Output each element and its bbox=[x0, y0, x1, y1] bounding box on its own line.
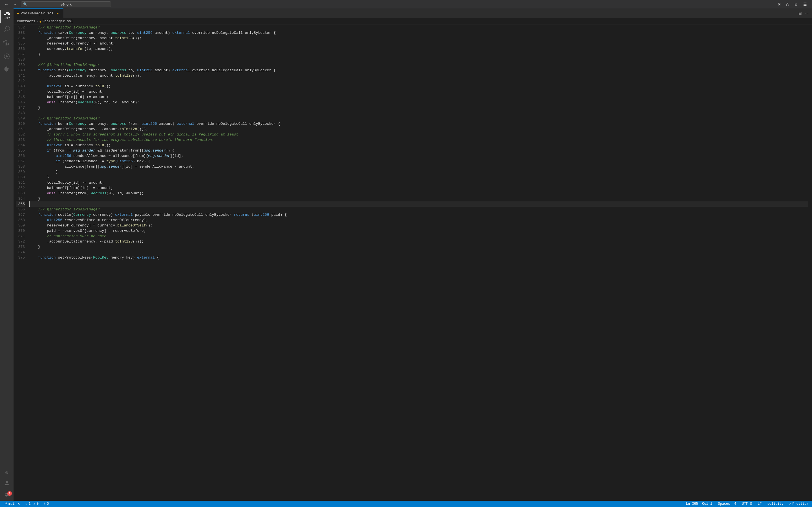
language-text: solidity bbox=[767, 502, 784, 506]
formatter-status[interactable]: ✓ Prettier bbox=[788, 501, 810, 507]
code-line-372: _accountDelta(currency, -(paid.toInt128(… bbox=[29, 239, 808, 244]
code-line-346: emit Transfer(address(0), to, id, amount… bbox=[29, 100, 808, 105]
code-line-334: _accountDelta(currency, amount.toInt128(… bbox=[29, 36, 808, 41]
info-status[interactable]: ℹ 0 bbox=[43, 501, 50, 507]
code-line-361: totalSupply[id] -= amount; bbox=[29, 180, 808, 185]
code-line-337: } bbox=[29, 52, 808, 57]
encoding-status[interactable]: UTF-8 bbox=[741, 501, 753, 507]
code-line-347: } bbox=[29, 105, 808, 110]
more-actions-button[interactable]: ··· bbox=[804, 10, 810, 16]
code-line-339: /// @inheritdoc IPoolManager bbox=[29, 62, 808, 68]
tab-close-button[interactable]: ● bbox=[55, 11, 60, 16]
search-icon: 🔍 bbox=[23, 2, 28, 6]
code-line-375: function setProtocolFees(PoolKey memory … bbox=[29, 255, 808, 260]
line-ending-status[interactable]: LF bbox=[756, 501, 763, 507]
branch-icon: ⎇ bbox=[3, 502, 7, 506]
code-line-371: // subtraction must be safe bbox=[29, 233, 808, 239]
search-input[interactable] bbox=[21, 1, 111, 7]
split-editor-button[interactable]: ⊟ bbox=[797, 10, 803, 16]
sidebar-item-explorer[interactable] bbox=[0, 10, 13, 23]
breadcrumb-sep-1: › bbox=[36, 19, 38, 23]
code-line-370: paid = reservesOf[currency] - reservesBe… bbox=[29, 228, 808, 233]
code-content[interactable]: /// @inheritdoc IPoolManager function ta… bbox=[27, 25, 808, 501]
warning-icon: ⚠ bbox=[33, 502, 35, 506]
code-line-335: reservesOf[currency] -= amount; bbox=[29, 41, 808, 46]
minimap bbox=[808, 25, 812, 501]
sidebar-item-settings[interactable]: 1 bbox=[0, 490, 13, 501]
settings-badge: 1 bbox=[7, 491, 12, 496]
explorer-icon bbox=[4, 12, 10, 21]
branch-status[interactable]: ⎇ main ↻ bbox=[2, 501, 21, 507]
breadcrumb-contracts[interactable]: contracts bbox=[17, 19, 35, 23]
tab-bar: ◆ PoolManager.sol ● ⊟ ··· bbox=[13, 8, 812, 18]
position-text: Ln 365, Col 1 bbox=[686, 502, 712, 506]
titlebar-right: ⎘ ⎙ ⎚ ☰ bbox=[776, 1, 809, 7]
code-line-368: uint256 reservesBefore = reservesOf[curr… bbox=[29, 217, 808, 223]
code-line-373: } bbox=[29, 244, 808, 249]
tab-label: PoolManager.sol bbox=[20, 11, 54, 15]
code-line-354: uint256 id = currency.toId(); bbox=[29, 143, 808, 148]
search-bar-wrapper: 🔍 bbox=[21, 1, 111, 7]
run-debug-icon bbox=[3, 53, 10, 62]
sidebar-item-run-debug[interactable] bbox=[0, 50, 13, 64]
breadcrumb-filename[interactable]: PoolManager.sol bbox=[43, 19, 73, 23]
breadcrumb-file-icon: ◆ bbox=[40, 20, 42, 23]
layout-button-2[interactable]: ⎙ bbox=[784, 1, 791, 7]
forward-button[interactable]: → bbox=[11, 1, 18, 7]
breadcrumb: contracts › ◆ PoolManager.sol bbox=[13, 18, 812, 25]
layout-button-3[interactable]: ⎚ bbox=[793, 1, 799, 7]
spaces-status[interactable]: Spaces: 4 bbox=[717, 501, 737, 507]
warning-count: 0 bbox=[37, 502, 39, 506]
line-numbers: 3323333343353363373383393403413423433443… bbox=[13, 25, 27, 501]
info-icon: ℹ bbox=[44, 502, 46, 506]
tab-file-icon: ◆ bbox=[17, 11, 19, 15]
remote-icon: ⊕ bbox=[5, 469, 8, 476]
account-icon bbox=[4, 481, 10, 488]
code-line-343: uint256 id = currency.toId(); bbox=[29, 83, 808, 89]
sidebar-item-account[interactable] bbox=[0, 478, 13, 490]
code-line-374: ​ bbox=[29, 249, 808, 255]
sidebar-item-search[interactable] bbox=[0, 23, 13, 37]
position-status[interactable]: Ln 365, Col 1 bbox=[685, 501, 714, 507]
back-button[interactable]: ← bbox=[3, 1, 10, 7]
code-line-357: if (senderAllowance != type(uint256).max… bbox=[29, 159, 808, 164]
code-line-341: _accountDelta(currency, amount.toInt128(… bbox=[29, 73, 808, 78]
titlebar: ← → 🔍 ⎘ ⎙ ⎚ ☰ bbox=[0, 0, 812, 8]
code-line-349: /// @inheritdoc IPoolManager bbox=[29, 116, 808, 121]
activity-bar: ⊕ 1 bbox=[0, 8, 13, 501]
errors-status[interactable]: ✕ 1 ⚠ 0 bbox=[24, 501, 40, 507]
layout-button-4[interactable]: ☰ bbox=[801, 1, 809, 7]
code-line-344: totalSupply[id] += amount; bbox=[29, 89, 808, 94]
code-line-352: // sorry i know this screenshot is total… bbox=[29, 132, 808, 137]
status-bar-left: ⎇ main ↻ ✕ 1 ⚠ 0 ℹ 0 bbox=[2, 501, 50, 507]
editor-area: ◆ PoolManager.sol ● ⊟ ··· contracts › ◆ … bbox=[13, 8, 812, 501]
code-line-363: emit Transfer(from, address(0), id, amou… bbox=[29, 191, 808, 196]
code-editor: 3323333343353363373383393403413423433443… bbox=[13, 25, 812, 501]
status-bar: ⎇ main ↻ ✕ 1 ⚠ 0 ℹ 0 Ln 365, Col 1 Space… bbox=[0, 501, 812, 507]
code-line-338: ​ bbox=[29, 57, 808, 62]
info-count: 0 bbox=[47, 502, 49, 506]
search-icon bbox=[3, 26, 10, 35]
sidebar-item-remote[interactable]: ⊕ bbox=[0, 467, 13, 478]
tab-actions: ⊟ ··· bbox=[797, 10, 812, 16]
extensions-icon bbox=[3, 66, 10, 75]
language-status[interactable]: solidity bbox=[766, 501, 785, 507]
code-line-353: // three screenshots for the project sub… bbox=[29, 137, 808, 143]
code-line-348: ​ bbox=[29, 110, 808, 116]
status-bar-right: Ln 365, Col 1 Spaces: 4 UTF-8 LF solidit… bbox=[685, 501, 810, 507]
tab-poolmanager[interactable]: ◆ PoolManager.sol ● bbox=[13, 8, 63, 18]
code-line-345: balanceOf[to][id] += amount; bbox=[29, 94, 808, 100]
code-line-351: _accountDelta(currency, -(amount.toInt12… bbox=[29, 126, 808, 132]
code-line-356: uint256 senderAllowance = allowance[from… bbox=[29, 153, 808, 159]
layout-button-1[interactable]: ⎘ bbox=[776, 1, 782, 7]
error-count: 1 bbox=[29, 502, 31, 506]
code-line-369: reservesOf[currency] = currency.balanceO… bbox=[29, 223, 808, 228]
code-line-364: } bbox=[29, 196, 808, 202]
sidebar-item-source-control[interactable] bbox=[0, 37, 13, 50]
code-line-333: function take(Currency currency, address… bbox=[29, 30, 808, 36]
main-layout: ⊕ 1 ◆ PoolManager.sol ● bbox=[0, 8, 812, 501]
encoding-text: UTF-8 bbox=[742, 502, 752, 506]
sidebar-item-extensions[interactable] bbox=[0, 64, 13, 77]
code-line-362: balanceOf[from][id] -= amount; bbox=[29, 185, 808, 191]
code-line-332: /// @inheritdoc IPoolManager bbox=[29, 25, 808, 30]
